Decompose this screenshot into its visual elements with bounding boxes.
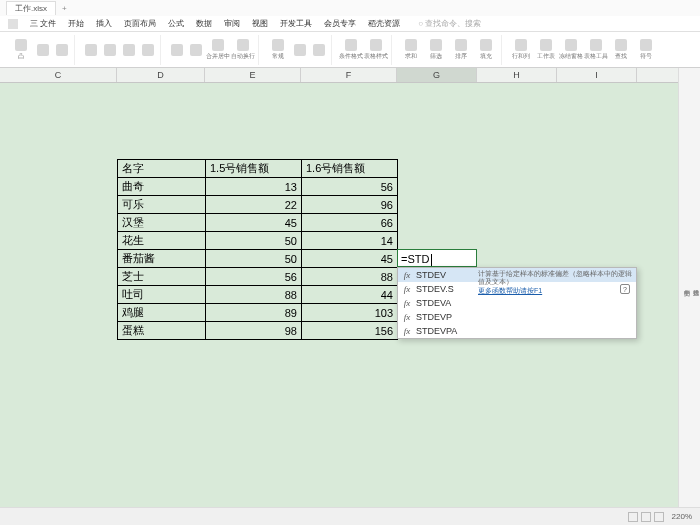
table-row: 可乐2296 [118, 196, 398, 214]
bold-button[interactable] [102, 37, 118, 63]
sort-button[interactable]: 排序 [450, 37, 472, 63]
tablestyle-button[interactable]: 表格样式 [365, 37, 387, 63]
menu-dev[interactable]: 开发工具 [280, 18, 312, 29]
cell-name[interactable]: 可乐 [118, 196, 206, 214]
paste-button[interactable]: 凸 [10, 37, 32, 63]
cell-val1[interactable]: 45 [206, 214, 302, 232]
fontcolor-button[interactable] [140, 37, 156, 63]
autowrap-button[interactable]: 自动换行 [232, 37, 254, 63]
condfmt-button[interactable]: 条件格式 [340, 37, 362, 63]
cell-val1[interactable]: 88 [206, 286, 302, 304]
table-row: 芝士5688 [118, 268, 398, 286]
currency-button[interactable] [292, 37, 308, 63]
menu-data[interactable]: 数据 [196, 18, 212, 29]
new-tab-button[interactable]: + [62, 4, 67, 13]
title-bar: 工作.xlsx + [0, 0, 700, 16]
symbol-button[interactable]: 符号 [635, 37, 657, 63]
autocomplete-item[interactable]: fxSTDEVP [398, 310, 636, 324]
font-button[interactable] [83, 37, 99, 63]
command-search[interactable]: ○ 查找命令、搜索 [418, 18, 481, 29]
cell-val2[interactable]: 14 [302, 232, 398, 250]
function-name: STDEVA [416, 298, 451, 308]
menu-layout[interactable]: 页面布局 [124, 18, 156, 29]
tools-button[interactable]: 表格工具 [585, 37, 607, 63]
autocomplete-item[interactable]: fxSTDEVPA [398, 324, 636, 338]
cell-val2[interactable]: 66 [302, 214, 398, 232]
rowcol-button[interactable]: 行和列 [510, 37, 532, 63]
wrap-button[interactable] [188, 37, 204, 63]
cell-val2[interactable]: 103 [302, 304, 398, 322]
cell-name[interactable]: 芝士 [118, 268, 206, 286]
col-header-D[interactable]: D [117, 68, 205, 82]
workbook-tab[interactable]: 工作.xlsx [6, 1, 56, 15]
cell-val1[interactable]: 13 [206, 178, 302, 196]
table-row: 番茄酱5045 [118, 250, 398, 268]
help-icon[interactable]: ? [620, 284, 630, 294]
cell-val2[interactable]: 88 [302, 268, 398, 286]
autocomplete-description: 计算基于给定样本的标准偏差（忽略样本中的逻辑值及文本） 更多函数帮助请按F1 [478, 270, 632, 295]
cell-val1[interactable]: 98 [206, 322, 302, 340]
sum-button[interactable]: 求和 [400, 37, 422, 63]
cell-val2[interactable]: 96 [302, 196, 398, 214]
align-button[interactable] [169, 37, 185, 63]
col-sales-16: 1.6号销售额 [302, 160, 398, 178]
cell-val1[interactable]: 89 [206, 304, 302, 322]
cell-val2[interactable]: 45 [302, 250, 398, 268]
cell-name[interactable]: 曲奇 [118, 178, 206, 196]
merge-button[interactable]: 合并居中 [207, 37, 229, 63]
cell-name[interactable]: 吐司 [118, 286, 206, 304]
cell-val1[interactable]: 50 [206, 250, 302, 268]
cell-val1[interactable]: 56 [206, 268, 302, 286]
menu-start[interactable]: 开始 [68, 18, 84, 29]
menu-file[interactable]: 三 文件 [30, 18, 56, 29]
cell-name[interactable]: 蛋糕 [118, 322, 206, 340]
col-header-H[interactable]: H [477, 68, 557, 82]
find-button[interactable]: 查找 [610, 37, 632, 63]
copy-button[interactable] [54, 37, 70, 63]
menu-member[interactable]: 会员专享 [324, 18, 356, 29]
filter-button[interactable]: 筛选 [425, 37, 447, 63]
active-cell[interactable]: =STD [397, 249, 477, 267]
cell-name[interactable]: 汉堡 [118, 214, 206, 232]
percent-button[interactable] [311, 37, 327, 63]
table-row: 汉堡4566 [118, 214, 398, 232]
function-icon: fx [402, 298, 412, 308]
view-buttons[interactable] [628, 512, 664, 522]
border-button[interactable] [121, 37, 137, 63]
col-header-F[interactable]: F [301, 68, 397, 82]
menu-formula[interactable]: 公式 [168, 18, 184, 29]
cut-button[interactable] [35, 37, 51, 63]
cell-name[interactable]: 鸡腿 [118, 304, 206, 322]
cell-val1[interactable]: 50 [206, 232, 302, 250]
grid[interactable]: 名字 1.5号销售额 1.6号销售额 曲奇1356可乐2296汉堡4566花生5… [0, 83, 678, 507]
numberfmt-button[interactable]: 常规 [267, 37, 289, 63]
sheet-button[interactable]: 工作表 [535, 37, 557, 63]
menu-review[interactable]: 审阅 [224, 18, 240, 29]
autocomplete-help-link[interactable]: 更多函数帮助请按F1 [478, 287, 632, 295]
ribbon-font [79, 35, 161, 65]
data-table: 名字 1.5号销售额 1.6号销售额 曲奇1356可乐2296汉堡4566花生5… [117, 159, 398, 340]
ribbon-align: 合并居中 自动换行 [165, 35, 259, 65]
menu-view[interactable]: 视图 [252, 18, 268, 29]
app-logo [8, 19, 18, 29]
status-bar: 220% [0, 507, 700, 525]
cell-val1[interactable]: 22 [206, 196, 302, 214]
col-header-G[interactable]: G [397, 68, 477, 82]
cell-name[interactable]: 花生 [118, 232, 206, 250]
fill-button[interactable]: 填充 [475, 37, 497, 63]
col-header-I[interactable]: I [557, 68, 637, 82]
cell-name[interactable]: 番茄酱 [118, 250, 206, 268]
cell-val2[interactable]: 56 [302, 178, 398, 196]
ribbon-number: 常规 [263, 35, 332, 65]
col-name: 名字 [118, 160, 206, 178]
spreadsheet[interactable]: CDEFGHI 名字 1.5号销售额 1.6号销售额 曲奇1356可乐2296汉… [0, 68, 678, 507]
autocomplete-item[interactable]: fxSTDEVA [398, 296, 636, 310]
menu-insert[interactable]: 插入 [96, 18, 112, 29]
zoom-value[interactable]: 220% [672, 512, 692, 521]
menu-resource[interactable]: 稻壳资源 [368, 18, 400, 29]
cell-val2[interactable]: 44 [302, 286, 398, 304]
freeze-button[interactable]: 冻结窗格 [560, 37, 582, 63]
col-header-E[interactable]: E [205, 68, 301, 82]
col-header-C[interactable]: C [0, 68, 117, 82]
cell-val2[interactable]: 156 [302, 322, 398, 340]
